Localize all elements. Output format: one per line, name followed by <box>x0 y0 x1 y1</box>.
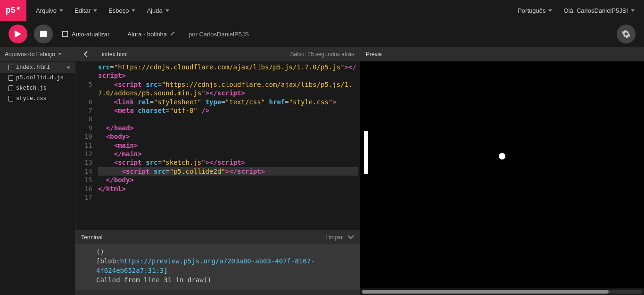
terminal-title: Terminal <box>81 234 102 241</box>
terminal-line: () <box>96 247 355 256</box>
scroll-thumb[interactable] <box>362 290 609 294</box>
file-item[interactable]: p5.collid…d.js <box>0 73 75 83</box>
file-icon <box>8 75 13 81</box>
file-list: index.htmlp5.collid…d.jssketch.jsstyle.c… <box>0 61 75 104</box>
terminal-collapse-button[interactable] <box>347 234 354 241</box>
stop-icon <box>40 31 47 37</box>
file-name: p5.collid…d.js <box>16 75 64 81</box>
sidebar-header-label: Arquivos do Esboço <box>5 51 55 58</box>
pencil-icon[interactable] <box>170 31 175 38</box>
user-greeting: Olá, CarlosDanielP5JS! <box>563 7 628 14</box>
caret-down-icon <box>66 67 70 69</box>
menu-right: Português Olá, CarlosDanielP5JS! <box>518 0 644 21</box>
collapse-sidebar-button[interactable] <box>75 47 96 61</box>
caret-down-icon <box>58 53 62 55</box>
author: por CarlosDanielP5JS <box>189 31 249 38</box>
file-icon <box>8 65 13 70</box>
file-sidebar: Arquivos do Esboço index.htmlp5.collid…d… <box>0 47 75 295</box>
saved-status: Salvo: 25 segundos atrás <box>290 51 360 58</box>
checkbox-icon[interactable] <box>62 31 68 37</box>
current-file-label: index.html <box>96 51 128 58</box>
file-item[interactable]: index.html <box>0 62 75 73</box>
file-name: index.html <box>16 64 50 71</box>
menu-label: Arquivo <box>36 7 57 14</box>
preview-column: Prévia <box>360 47 644 295</box>
caret-down-icon <box>165 9 169 12</box>
code-content[interactable]: src="https://cdnjs.cloudflare.com/ajax/l… <box>96 61 360 230</box>
caret-down-icon <box>132 9 135 12</box>
preview-scrollbar[interactable] <box>360 288 644 295</box>
chevron-left-icon <box>83 51 88 58</box>
file-icon <box>8 96 13 101</box>
code-editor[interactable]: 5 67891011121314151617 src="https://cdnj… <box>75 61 360 230</box>
menu-label: Ajuda <box>147 7 162 14</box>
preview-header: Prévia <box>360 47 644 61</box>
play-button[interactable] <box>8 25 27 43</box>
menu-label: Esboço <box>108 7 129 14</box>
sketch-name[interactable]: Alura - bolinha <box>127 31 175 38</box>
file-item[interactable]: style.css <box>0 93 75 104</box>
auto-refresh[interactable]: Auto-atualizar <box>62 31 109 38</box>
toolbar: Auto-atualizar Alura - bolinha por Carlo… <box>0 21 644 47</box>
paddle <box>364 131 368 174</box>
gear-icon <box>621 29 631 39</box>
editor-header: index.html Salvo: 25 segundos atrás <box>75 47 360 61</box>
caret-down-icon <box>59 9 63 12</box>
stop-button[interactable] <box>34 25 53 43</box>
terminal-header: Terminal Limpar <box>75 230 360 244</box>
menu-editar[interactable]: Editar <box>74 7 97 14</box>
play-icon <box>15 30 21 38</box>
logo[interactable]: p5* <box>0 0 26 21</box>
caret-down-icon <box>631 9 635 12</box>
auto-refresh-label: Auto-atualizar <box>72 31 109 38</box>
caret-down-icon <box>548 9 552 12</box>
file-item[interactable]: sketch.js <box>0 83 75 93</box>
content: Arquivos do Esboço index.htmlp5.collid…d… <box>0 47 644 295</box>
terminal-input[interactable] <box>75 290 360 295</box>
terminal-clear-button[interactable]: Limpar <box>325 234 343 241</box>
editor-column: index.html Salvo: 25 segundos atrás 5 67… <box>75 47 360 295</box>
file-name: sketch.js <box>16 85 47 92</box>
menu-esboco[interactable]: Esboço <box>108 7 135 14</box>
file-icon <box>8 85 13 91</box>
menu-items: Arquivo Editar Esboço Ajuda <box>26 0 169 21</box>
caret-down-icon <box>93 9 97 12</box>
language-selector[interactable]: Português <box>518 7 552 14</box>
menu-label: Editar <box>74 7 91 14</box>
menu-ajuda[interactable]: Ajuda <box>147 7 169 14</box>
scroll-track <box>362 290 642 294</box>
terminal-body[interactable]: () [blob:https://preview.p5js.org/a7203a… <box>75 244 360 290</box>
settings-button[interactable] <box>617 25 636 43</box>
sketch-name-text: Alura - bolinha <box>127 31 167 38</box>
file-name: style.css <box>16 95 47 102</box>
line-gutter: 5 67891011121314151617 <box>75 61 96 230</box>
menu-arquivo[interactable]: Arquivo <box>36 7 63 14</box>
preview-title: Prévia <box>366 51 382 58</box>
chevron-down-icon <box>347 235 354 239</box>
topbar: p5* Arquivo Editar Esboço Ajuda Portuguê… <box>0 0 644 21</box>
ball <box>499 153 505 160</box>
preview-canvas[interactable] <box>360 61 644 288</box>
user-menu[interactable]: Olá, CarlosDanielP5JS! <box>563 7 635 14</box>
terminal-line: Called from line 31 in draw() <box>96 275 355 285</box>
terminal-line: [blob:https://preview.p5js.org/a7203a80-… <box>96 256 355 275</box>
language-label: Português <box>518 7 545 14</box>
sidebar-header[interactable]: Arquivos do Esboço <box>0 47 75 61</box>
